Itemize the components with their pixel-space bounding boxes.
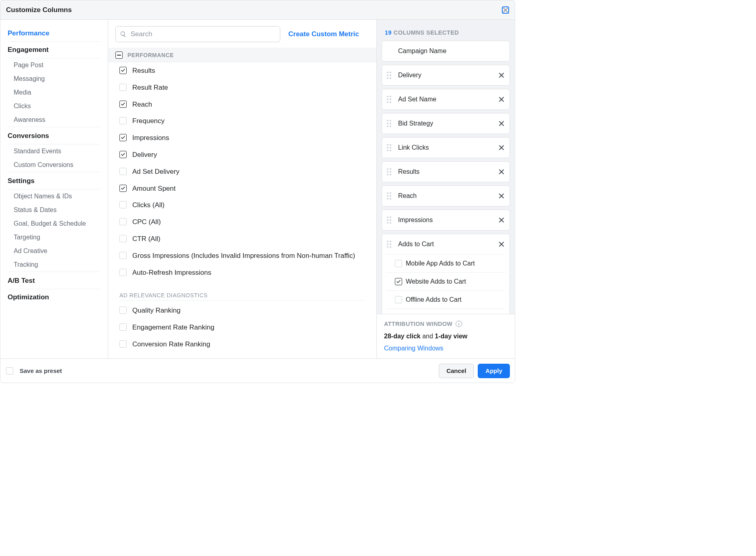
selected-column-item[interactable]: Results: [382, 161, 510, 182]
remove-column-button[interactable]: [497, 119, 505, 128]
metric-checkbox[interactable]: [119, 84, 127, 91]
sidebar-sub-tracking[interactable]: Tracking: [8, 258, 101, 272]
sidebar-sub-clicks[interactable]: Clicks: [8, 99, 101, 113]
selected-column-item[interactable]: Campaign Name: [382, 41, 510, 62]
drag-handle-icon[interactable]: [387, 192, 393, 200]
sidebar-group-engagement[interactable]: Engagement: [8, 42, 101, 58]
metric-checkbox[interactable]: [119, 168, 127, 175]
breakdown-row[interactable]: On-Facebook Add to: [386, 309, 505, 314]
metric-checkbox[interactable]: [119, 307, 127, 314]
remove-column-button[interactable]: [497, 216, 505, 224]
metric-checkbox[interactable]: [119, 340, 127, 348]
metric-row[interactable]: Ad Set Delivery: [108, 163, 376, 180]
info-icon[interactable]: i: [456, 321, 462, 327]
section-performance-header[interactable]: PERFORMANCE: [108, 48, 376, 62]
metric-checkbox[interactable]: [119, 218, 127, 225]
comparing-windows-link[interactable]: Comparing Windows: [384, 345, 507, 352]
metric-label: Impressions: [132, 133, 169, 143]
apply-button[interactable]: Apply: [478, 364, 510, 378]
sidebar-sub-targeting[interactable]: Targeting: [8, 231, 101, 244]
remove-column-button[interactable]: [497, 71, 505, 79]
sidebar-sub-media[interactable]: Media: [8, 86, 101, 99]
metric-row[interactable]: CTR (All): [108, 231, 376, 247]
metric-checkbox[interactable]: [119, 67, 127, 74]
metric-row[interactable]: Auto-Refresh Impressions: [108, 264, 376, 281]
search-input[interactable]: [131, 30, 276, 38]
drag-handle-icon[interactable]: [387, 120, 393, 127]
breakdown-row[interactable]: Mobile App Adds to Cart: [386, 255, 505, 272]
sidebar-group-ab-test[interactable]: A/B Test: [8, 273, 101, 289]
metric-row[interactable]: Engagement Rate Ranking: [108, 319, 376, 336]
drag-handle-icon[interactable]: [387, 96, 393, 103]
metric-checkbox[interactable]: [119, 269, 127, 276]
remove-column-button[interactable]: [497, 192, 505, 200]
sidebar-group-settings[interactable]: Settings: [8, 173, 101, 189]
metric-row[interactable]: Conversion Rate Ranking: [108, 336, 376, 353]
sidebar-sub-custom-conversions[interactable]: Custom Conversions: [8, 158, 101, 172]
create-custom-metric-link[interactable]: Create Custom Metric: [288, 30, 359, 38]
metric-row[interactable]: Reach: [108, 96, 376, 113]
metric-row[interactable]: Frequency: [108, 113, 376, 130]
metric-checkbox[interactable]: [119, 117, 127, 124]
sidebar-group-conversions[interactable]: Conversions: [8, 128, 101, 144]
sidebar-group-optimization[interactable]: Optimization: [8, 289, 101, 305]
cancel-button[interactable]: Cancel: [439, 364, 474, 378]
metric-row[interactable]: Amount Spent: [108, 180, 376, 197]
metric-checkbox[interactable]: [119, 134, 127, 141]
drag-handle-icon[interactable]: [387, 241, 393, 248]
metric-row[interactable]: Gross Impressions (Includes Invalid Impr…: [108, 247, 376, 264]
breakdown-row[interactable]: Offline Adds to Cart: [386, 290, 505, 309]
sidebar-sub-goal-budget[interactable]: Goal, Budget & Schedule: [8, 217, 101, 231]
selected-column-item[interactable]: Ad Set Name: [382, 89, 510, 110]
metric-label: CTR (All): [132, 234, 160, 244]
search-box[interactable]: [115, 26, 280, 42]
sidebar-sub-awareness[interactable]: Awareness: [8, 113, 101, 127]
remove-column-button[interactable]: [497, 240, 505, 248]
metric-row[interactable]: Results: [108, 62, 376, 79]
preset-checkbox[interactable]: [6, 367, 13, 375]
metric-row[interactable]: Quality Ranking: [108, 302, 376, 319]
selected-column-item[interactable]: Delivery: [382, 65, 510, 86]
sidebar-sub-status-dates[interactable]: Status & Dates: [8, 203, 101, 217]
sidebar-sub-ad-creative[interactable]: Ad Creative: [8, 244, 101, 258]
metric-row[interactable]: Impressions: [108, 130, 376, 146]
selected-column-item[interactable]: Adds to CartMobile App Adds to CartWebsi…: [382, 234, 510, 314]
save-as-preset[interactable]: Save as preset: [5, 367, 62, 375]
selected-column-item[interactable]: Reach: [382, 185, 510, 206]
metric-checkbox[interactable]: [119, 252, 127, 259]
remove-column-button[interactable]: [497, 144, 505, 152]
breakdown-checkbox[interactable]: [395, 260, 402, 267]
metric-label: Engagement Rate Ranking: [132, 323, 214, 332]
metric-row[interactable]: Delivery: [108, 146, 376, 163]
sidebar-sub-object-names[interactable]: Object Names & IDs: [8, 189, 101, 203]
breakdown-checkbox[interactable]: [395, 296, 402, 303]
drag-handle-icon[interactable]: [387, 144, 393, 151]
metric-row[interactable]: CPC (All): [108, 214, 376, 231]
drag-handle-icon[interactable]: [387, 216, 393, 224]
metric-checkbox[interactable]: [119, 185, 127, 192]
metric-checkbox[interactable]: [119, 101, 127, 108]
breakdown-row[interactable]: Website Adds to Cart: [386, 272, 505, 290]
metric-label: CPC (All): [132, 217, 161, 227]
tristate-checkbox[interactable]: [115, 51, 123, 59]
metric-checkbox[interactable]: [119, 323, 127, 331]
metric-row[interactable]: Result Rate: [108, 79, 376, 96]
center-panel: Create Custom Metric PERFORMANCE Results…: [108, 20, 377, 358]
sidebar-sub-messaging[interactable]: Messaging: [8, 72, 101, 86]
metric-row[interactable]: Clicks (All): [108, 197, 376, 214]
metric-checkbox[interactable]: [119, 201, 127, 208]
metric-checkbox[interactable]: [119, 235, 127, 242]
drag-handle-icon[interactable]: [387, 72, 393, 79]
selected-column-item[interactable]: Link Clicks: [382, 137, 510, 158]
selected-column-item[interactable]: Bid Strategy: [382, 113, 510, 134]
sidebar-group-performance[interactable]: Performance: [8, 25, 101, 42]
breakdown-checkbox[interactable]: [395, 278, 402, 285]
remove-column-button[interactable]: [497, 168, 505, 176]
selected-column-item[interactable]: Impressions: [382, 210, 510, 231]
sidebar-sub-page-post[interactable]: Page Post: [8, 58, 101, 72]
metric-checkbox[interactable]: [119, 151, 127, 158]
remove-column-button[interactable]: [497, 95, 505, 103]
drag-handle-icon[interactable]: [387, 168, 393, 175]
close-button[interactable]: [502, 6, 509, 14]
sidebar-sub-standard-events[interactable]: Standard Events: [8, 144, 101, 158]
